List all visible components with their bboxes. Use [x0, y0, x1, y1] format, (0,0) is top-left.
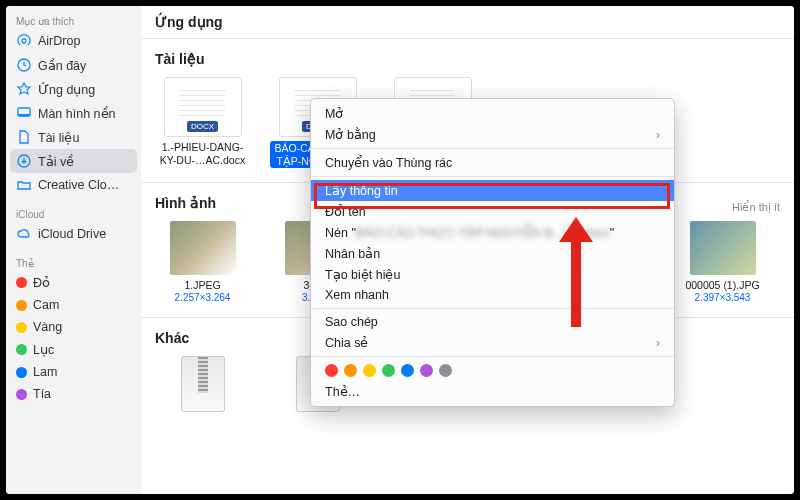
image-item[interactable]: 1.JPEG 2.257×3.264: [155, 221, 250, 303]
download-icon: [16, 153, 32, 169]
ctx-separator: [311, 176, 674, 177]
icloud-header: iCloud: [6, 205, 141, 222]
image-thumb-icon: [690, 221, 756, 275]
sidebar-item-label: Màn hình nền: [38, 106, 116, 121]
folder-icon: [16, 177, 32, 193]
sidebar-tag-green[interactable]: Lục: [6, 338, 141, 361]
ctx-compress[interactable]: Nén "BÁO-CÁO-THỰC-TẬP-NGUYỄN B...ỦY.docx…: [311, 222, 674, 243]
file-item[interactable]: DOCX 1.-PHIEU-DANG-KY-DU-…AC.docx: [155, 77, 250, 168]
sidebar-tag-purple[interactable]: Tía: [6, 383, 141, 405]
sidebar-tag-red[interactable]: Đỏ: [6, 271, 141, 294]
tag-color-icon[interactable]: [401, 364, 414, 377]
clock-icon: [16, 57, 32, 73]
docx-thumb-icon: DOCX: [164, 77, 242, 137]
image-item[interactable]: 000005 (1).JPG 2.397×3.543: [675, 221, 770, 303]
ctx-open[interactable]: Mở: [311, 103, 674, 124]
sidebar-item-label: Lam: [33, 365, 57, 379]
icloud-icon: [16, 226, 32, 242]
sidebar-item-label: Đỏ: [33, 275, 50, 290]
tag-dot-icon: [16, 344, 27, 355]
tags-header: Thẻ: [6, 254, 141, 271]
context-menu: Mở Mở bằng› Chuyển vào Thùng rác Lấy thô…: [310, 98, 675, 407]
sidebar-item-label: Creative Clo…: [38, 178, 119, 192]
desktop-icon: [16, 105, 32, 121]
doc-icon: [16, 129, 32, 145]
ctx-share[interactable]: Chia sẻ›: [311, 332, 674, 353]
tag-color-icon[interactable]: [420, 364, 433, 377]
sidebar-tag-blue[interactable]: Lam: [6, 361, 141, 383]
sidebar-item-label: Tải về: [38, 154, 74, 169]
ctx-tags[interactable]: Thẻ…: [311, 381, 674, 402]
sidebar-item-airdrop[interactable]: AirDrop: [6, 29, 141, 53]
finder-window: Mục ưa thích AirDrop Gần đây Ứng dụng Mà…: [6, 6, 794, 494]
tag-dot-icon: [16, 367, 27, 378]
sidebar-item-label: Lục: [33, 342, 54, 357]
ctx-quicklook[interactable]: Xem nhanh: [311, 285, 674, 305]
sidebar-item-label: Cam: [33, 298, 59, 312]
tag-dot-icon: [16, 389, 27, 400]
ctx-separator: [311, 308, 674, 309]
airdrop-icon: [16, 33, 32, 49]
ctx-rename[interactable]: Đổi tên: [311, 201, 674, 222]
sidebar-item-label: Ứng dụng: [38, 82, 95, 97]
sidebar-item-documents[interactable]: Tài liệu: [6, 125, 141, 149]
ctx-separator: [311, 356, 674, 357]
file-name: 1.JPEG: [184, 279, 220, 292]
sidebar-item-label: AirDrop: [38, 34, 80, 48]
file-name: 000005 (1).JPG: [685, 279, 759, 292]
ctx-duplicate[interactable]: Nhân bản: [311, 243, 674, 264]
sidebar-item-label: Tía: [33, 387, 51, 401]
tag-color-icon[interactable]: [325, 364, 338, 377]
favorites-header: Mục ưa thích: [6, 12, 141, 29]
sidebar-item-label: Gần đây: [38, 58, 86, 73]
tag-dot-icon: [16, 300, 27, 311]
tag-color-icon[interactable]: [439, 364, 452, 377]
sidebar-item-downloads[interactable]: Tải về: [10, 149, 137, 173]
sidebar-item-label: Tài liệu: [38, 130, 79, 145]
sidebar: Mục ưa thích AirDrop Gần đây Ứng dụng Mà…: [6, 6, 141, 494]
tag-color-icon[interactable]: [344, 364, 357, 377]
ctx-separator: [311, 148, 674, 149]
ctx-get-info[interactable]: Lấy thông tin: [311, 180, 674, 201]
ctx-open-with[interactable]: Mở bằng›: [311, 124, 674, 145]
image-thumb-icon: [170, 221, 236, 275]
ctx-alias[interactable]: Tạo biệt hiệu: [311, 264, 674, 285]
svg-rect-3: [18, 114, 30, 116]
show-less-link[interactable]: Hiển thị ít: [732, 201, 780, 214]
sidebar-item-creativecloud[interactable]: Creative Clo…: [6, 173, 141, 197]
sidebar-tag-orange[interactable]: Cam: [6, 294, 141, 316]
divider: [141, 38, 794, 39]
sidebar-item-iclouddrive[interactable]: iCloud Drive: [6, 222, 141, 246]
ctx-copy[interactable]: Sao chép: [311, 312, 674, 332]
ctx-trash[interactable]: Chuyển vào Thùng rác: [311, 152, 674, 173]
apps-icon: [16, 81, 32, 97]
tag-dot-icon: [16, 322, 27, 333]
ctx-tag-colors[interactable]: [311, 360, 674, 381]
tag-color-icon[interactable]: [363, 364, 376, 377]
file-item[interactable]: [155, 356, 250, 416]
sidebar-item-label: iCloud Drive: [38, 227, 106, 241]
file-name: 1.-PHIEU-DANG-KY-DU-…AC.docx: [155, 141, 250, 166]
image-dimensions: 2.397×3.543: [695, 292, 751, 303]
sidebar-item-apps[interactable]: Ứng dụng: [6, 77, 141, 101]
chevron-right-icon: ›: [656, 128, 660, 142]
chevron-right-icon: ›: [656, 336, 660, 350]
tag-dot-icon: [16, 277, 27, 288]
sidebar-item-label: Vàng: [33, 320, 62, 334]
sidebar-item-desktop[interactable]: Màn hình nền: [6, 101, 141, 125]
tag-color-icon[interactable]: [382, 364, 395, 377]
zip-thumb-icon: [181, 356, 225, 412]
svg-point-0: [22, 39, 26, 43]
image-dimensions: 2.257×3.264: [175, 292, 231, 303]
sidebar-tag-yellow[interactable]: Vàng: [6, 316, 141, 338]
section-docs-title: Tài liệu: [141, 43, 794, 71]
section-apps-title: Ứng dụng: [141, 6, 794, 34]
sidebar-item-recent[interactable]: Gần đây: [6, 53, 141, 77]
